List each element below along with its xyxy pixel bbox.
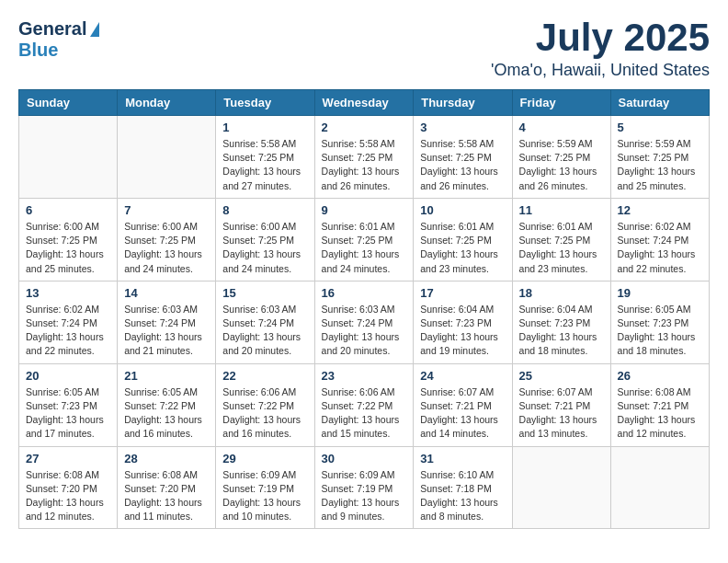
table-row: 18Sunrise: 6:04 AM Sunset: 7:23 PM Dayli…: [512, 281, 610, 363]
table-row: 8Sunrise: 6:00 AM Sunset: 7:25 PM Daylig…: [216, 198, 314, 281]
day-number: 25: [519, 369, 604, 383]
day-number: 16: [322, 286, 407, 300]
table-row: 26Sunrise: 6:08 AM Sunset: 7:21 PM Dayli…: [610, 363, 709, 446]
table-row: [512, 446, 610, 529]
header-sunday: Sunday: [19, 90, 118, 116]
table-row: 4Sunrise: 5:59 AM Sunset: 7:25 PM Daylig…: [512, 116, 610, 199]
day-number: 26: [618, 369, 702, 383]
day-info: Sunrise: 5:58 AM Sunset: 7:25 PM Dayligh…: [322, 137, 407, 193]
day-info: Sunrise: 6:03 AM Sunset: 7:24 PM Dayligh…: [124, 303, 209, 359]
calendar-week-row: 6Sunrise: 6:00 AM Sunset: 7:25 PM Daylig…: [19, 198, 710, 281]
header-friday: Friday: [512, 90, 610, 116]
day-info: Sunrise: 6:05 AM Sunset: 7:23 PM Dayligh…: [26, 385, 110, 442]
calendar-week-row: 13Sunrise: 6:02 AM Sunset: 7:24 PM Dayli…: [19, 281, 710, 363]
day-info: Sunrise: 6:08 AM Sunset: 7:20 PM Dayligh…: [26, 468, 110, 524]
day-info: Sunrise: 6:06 AM Sunset: 7:22 PM Dayligh…: [222, 385, 307, 442]
table-row: 24Sunrise: 6:07 AM Sunset: 7:21 PM Dayli…: [414, 363, 512, 446]
day-number: 24: [420, 369, 505, 383]
table-row: 11Sunrise: 6:01 AM Sunset: 7:25 PM Dayli…: [512, 198, 610, 281]
calendar-week-row: 27Sunrise: 6:08 AM Sunset: 7:20 PM Dayli…: [19, 446, 710, 529]
table-row: 22Sunrise: 6:06 AM Sunset: 7:22 PM Dayli…: [216, 363, 314, 446]
day-info: Sunrise: 5:58 AM Sunset: 7:25 PM Dayligh…: [222, 137, 307, 193]
day-info: Sunrise: 6:10 AM Sunset: 7:18 PM Dayligh…: [420, 468, 505, 524]
day-number: 30: [322, 452, 407, 465]
table-row: 6Sunrise: 6:00 AM Sunset: 7:25 PM Daylig…: [19, 198, 118, 281]
day-number: 13: [26, 286, 110, 300]
table-row: 14Sunrise: 6:03 AM Sunset: 7:24 PM Dayli…: [118, 281, 216, 363]
month-title: July 2025: [491, 18, 710, 57]
day-info: Sunrise: 6:08 AM Sunset: 7:21 PM Dayligh…: [618, 385, 702, 442]
header-saturday: Saturday: [610, 90, 709, 116]
table-row: 10Sunrise: 6:01 AM Sunset: 7:25 PM Dayli…: [414, 198, 512, 281]
day-info: Sunrise: 6:07 AM Sunset: 7:21 PM Dayligh…: [420, 385, 505, 442]
day-number: 29: [222, 452, 307, 465]
day-number: 10: [420, 203, 505, 217]
day-number: 6: [26, 203, 110, 217]
day-number: 28: [124, 452, 209, 465]
day-info: Sunrise: 6:04 AM Sunset: 7:23 PM Dayligh…: [519, 303, 604, 359]
day-info: Sunrise: 6:02 AM Sunset: 7:24 PM Dayligh…: [26, 303, 110, 359]
table-row: [118, 116, 216, 199]
day-number: 11: [519, 203, 604, 217]
day-number: 14: [124, 286, 209, 300]
table-row: 23Sunrise: 6:06 AM Sunset: 7:22 PM Dayli…: [314, 363, 414, 446]
day-info: Sunrise: 6:01 AM Sunset: 7:25 PM Dayligh…: [519, 220, 604, 276]
day-info: Sunrise: 6:00 AM Sunset: 7:25 PM Dayligh…: [222, 220, 307, 276]
day-number: 31: [420, 452, 505, 465]
day-info: Sunrise: 6:01 AM Sunset: 7:25 PM Dayligh…: [420, 220, 505, 276]
calendar-week-row: 20Sunrise: 6:05 AM Sunset: 7:23 PM Dayli…: [19, 363, 710, 446]
day-number: 7: [124, 203, 209, 217]
table-row: 15Sunrise: 6:03 AM Sunset: 7:24 PM Dayli…: [216, 281, 314, 363]
location-title: 'Oma'o, Hawaii, United States: [491, 61, 710, 80]
header-monday: Monday: [118, 90, 216, 116]
logo-general-text: General: [18, 18, 86, 40]
table-row: 9Sunrise: 6:01 AM Sunset: 7:25 PM Daylig…: [314, 198, 414, 281]
header-tuesday: Tuesday: [216, 90, 314, 116]
day-info: Sunrise: 6:09 AM Sunset: 7:19 PM Dayligh…: [222, 468, 307, 524]
day-number: 9: [322, 203, 407, 217]
day-number: 3: [420, 121, 505, 134]
day-number: 22: [222, 369, 307, 383]
calendar-week-row: 1Sunrise: 5:58 AM Sunset: 7:25 PM Daylig…: [19, 116, 710, 199]
day-info: Sunrise: 6:00 AM Sunset: 7:25 PM Dayligh…: [124, 220, 209, 276]
day-number: 19: [618, 286, 702, 300]
day-info: Sunrise: 6:02 AM Sunset: 7:24 PM Dayligh…: [618, 220, 702, 276]
day-number: 8: [222, 203, 307, 217]
day-info: Sunrise: 6:05 AM Sunset: 7:22 PM Dayligh…: [124, 385, 209, 442]
table-row: [610, 446, 709, 529]
day-info: Sunrise: 6:03 AM Sunset: 7:24 PM Dayligh…: [222, 303, 307, 359]
day-info: Sunrise: 6:06 AM Sunset: 7:22 PM Dayligh…: [322, 385, 407, 442]
table-row: 28Sunrise: 6:08 AM Sunset: 7:20 PM Dayli…: [118, 446, 216, 529]
day-info: Sunrise: 5:59 AM Sunset: 7:25 PM Dayligh…: [519, 137, 604, 193]
day-number: 2: [322, 121, 407, 134]
table-row: 30Sunrise: 6:09 AM Sunset: 7:19 PM Dayli…: [314, 446, 414, 529]
logo: General Blue: [18, 18, 99, 61]
table-row: 3Sunrise: 5:58 AM Sunset: 7:25 PM Daylig…: [414, 116, 512, 199]
day-info: Sunrise: 6:01 AM Sunset: 7:25 PM Dayligh…: [322, 220, 407, 276]
table-row: 13Sunrise: 6:02 AM Sunset: 7:24 PM Dayli…: [19, 281, 118, 363]
header-thursday: Thursday: [414, 90, 512, 116]
header-wednesday: Wednesday: [314, 90, 414, 116]
table-row: 19Sunrise: 6:05 AM Sunset: 7:23 PM Dayli…: [610, 281, 709, 363]
day-number: 18: [519, 286, 604, 300]
table-row: 17Sunrise: 6:04 AM Sunset: 7:23 PM Dayli…: [414, 281, 512, 363]
day-number: 20: [26, 369, 110, 383]
table-row: 12Sunrise: 6:02 AM Sunset: 7:24 PM Dayli…: [610, 198, 709, 281]
table-row: 20Sunrise: 6:05 AM Sunset: 7:23 PM Dayli…: [19, 363, 118, 446]
table-row: [19, 116, 118, 199]
day-info: Sunrise: 6:07 AM Sunset: 7:21 PM Dayligh…: [519, 385, 604, 442]
table-row: 7Sunrise: 6:00 AM Sunset: 7:25 PM Daylig…: [118, 198, 216, 281]
day-info: Sunrise: 6:04 AM Sunset: 7:23 PM Dayligh…: [420, 303, 505, 359]
day-number: 15: [222, 286, 307, 300]
day-number: 27: [26, 452, 110, 465]
day-number: 1: [222, 121, 307, 134]
table-row: 1Sunrise: 5:58 AM Sunset: 7:25 PM Daylig…: [216, 116, 314, 199]
table-row: 31Sunrise: 6:10 AM Sunset: 7:18 PM Dayli…: [414, 446, 512, 529]
table-row: 5Sunrise: 5:59 AM Sunset: 7:25 PM Daylig…: [610, 116, 709, 199]
day-number: 23: [322, 369, 407, 383]
table-row: 21Sunrise: 6:05 AM Sunset: 7:22 PM Dayli…: [118, 363, 216, 446]
calendar-header-row: Sunday Monday Tuesday Wednesday Thursday…: [19, 90, 710, 116]
day-info: Sunrise: 6:03 AM Sunset: 7:24 PM Dayligh…: [322, 303, 407, 359]
day-info: Sunrise: 6:05 AM Sunset: 7:23 PM Dayligh…: [618, 303, 702, 359]
title-area: July 2025 'Oma'o, Hawaii, United States: [491, 18, 710, 80]
